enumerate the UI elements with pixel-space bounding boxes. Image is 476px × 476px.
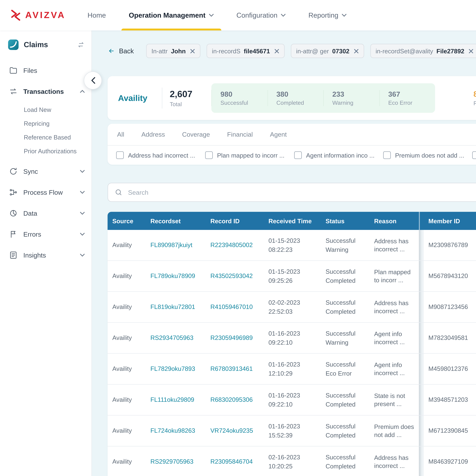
tab[interactable]: Agent <box>269 124 288 145</box>
recordset-link[interactable]: FL890987jkuiyt <box>151 241 192 249</box>
chevron-down-icon <box>209 14 214 17</box>
table-row[interactable]: Availity RS2934705963 R23059496989 01-16… <box>108 323 476 354</box>
col-received-time[interactable]: Received Time <box>264 212 321 230</box>
sidebar-subitem[interactable]: Repricing <box>0 117 91 130</box>
record-id-link[interactable]: VR724oku9235 <box>210 427 253 435</box>
record-id-link[interactable]: R22394805002 <box>210 241 253 249</box>
search-input[interactable] <box>127 188 476 196</box>
sidebar-collapse-button[interactable] <box>84 71 102 89</box>
col-source[interactable]: Source <box>108 212 146 230</box>
recordset-link[interactable]: RS2929705963 <box>151 458 193 466</box>
nav-item-home[interactable]: Home <box>87 0 106 31</box>
received-date: 01-16-2023 <box>269 422 300 431</box>
col-status[interactable]: Status <box>321 212 369 230</box>
col-member-id[interactable]: Member ID <box>424 212 476 230</box>
table-row[interactable]: Availity FL7829oku7893 R67803913461 01-1… <box>108 354 476 385</box>
record-id-link[interactable]: R23095846704 <box>210 458 253 466</box>
app-root: AVIZVA Home Operation Management Configu… <box>0 0 476 476</box>
tab[interactable]: Address <box>140 124 166 145</box>
cell-received-time: 01-16-2023 09:22:10 <box>264 323 321 353</box>
close-icon[interactable] <box>274 48 279 54</box>
filter-chip[interactable]: in-recordSet@avality File27892 <box>370 44 476 58</box>
recordset-link[interactable]: FL7829oku7893 <box>151 365 195 373</box>
stat-value: 367 <box>388 90 435 98</box>
table-row[interactable]: Availity FL819oku72801 R41059467010 02-0… <box>108 292 476 323</box>
record-id-link[interactable]: R67803913461 <box>210 365 253 373</box>
search-box[interactable] <box>108 183 476 202</box>
issue-filter-checkbox[interactable]: Plan mapped to incorr ... <box>205 151 294 159</box>
issue-filter-checkbox[interactable]: Agent information inco ... <box>294 151 383 159</box>
table-row[interactable]: Availity FL111oku29809 R68302095306 01-1… <box>108 385 476 416</box>
sidebar-item-files[interactable]: Files <box>0 60 91 81</box>
stat-block: 233 Warning <box>323 90 379 106</box>
table-row[interactable]: Availity FL890987jkuiyt R22394805002 01-… <box>108 230 476 261</box>
cell-received-time: 02-16-2023 10:20:25 <box>264 446 321 476</box>
cell-source: Availity <box>108 261 146 291</box>
record-id-link[interactable]: R68302095306 <box>210 396 253 404</box>
sidebar-subitem[interactable]: Reference Based <box>0 130 91 144</box>
table-row[interactable]: Availity FL789oku78909 R43502593042 01-1… <box>108 261 476 292</box>
received-time: 10:20:25 <box>269 462 300 470</box>
back-button[interactable]: Back <box>108 47 134 55</box>
transactions-subnav: Load New Repricing Reference Based Prior… <box>0 102 91 161</box>
record-id-link[interactable]: R23059496989 <box>210 334 253 342</box>
issue-filter-checkbox[interactable]: Plan PL23459 not pre ... <box>472 151 476 159</box>
checkbox[interactable] <box>383 151 391 159</box>
table-row[interactable]: Availity RS2929705963 R23095846704 02-16… <box>108 446 476 476</box>
cell-record-id: R41059467010 <box>206 292 264 322</box>
nav-item-operation-management[interactable]: Operation Management <box>129 0 214 31</box>
record-id-link[interactable]: R43502593042 <box>210 272 253 280</box>
checkbox[interactable] <box>472 151 476 159</box>
issue-filter-checkbox[interactable]: Address had incorrect ... <box>116 151 205 159</box>
col-record-id[interactable]: Record ID <box>206 212 264 230</box>
tab[interactable]: Coverage <box>181 124 211 145</box>
sidebar-item-transactions[interactable]: Transactions <box>0 81 91 102</box>
nav-item-configuration[interactable]: Configuration <box>236 0 286 31</box>
status-secondary: Completed <box>325 276 356 285</box>
pane-divider <box>419 354 424 384</box>
recordset-link[interactable]: FL789oku78909 <box>151 272 195 280</box>
cell-reason: State is not present ... <box>369 385 419 415</box>
recordset-link[interactable]: FL819oku72801 <box>151 303 195 311</box>
sidebar-subitem[interactable]: Prior Authorizations <box>0 144 91 158</box>
recordset-link[interactable]: RS2934705963 <box>151 334 193 342</box>
recordset-link[interactable]: FL111oku29809 <box>151 396 194 404</box>
sidebar-item-sync[interactable]: Sync <box>0 161 91 182</box>
sidebar-item-errors[interactable]: Errors <box>0 224 91 245</box>
status-primary: Successful <box>325 391 356 400</box>
close-icon[interactable] <box>354 48 359 54</box>
recordset-link[interactable]: FL724oku98263 <box>151 427 195 435</box>
filter-chip[interactable]: in-recordS file45671 <box>207 44 285 58</box>
cell-status: Successful Completed <box>321 446 369 476</box>
checkbox[interactable] <box>116 151 124 159</box>
tab[interactable]: All <box>116 124 125 145</box>
sidebar-item-data[interactable]: Data <box>0 203 91 224</box>
issue-filter-checkbox[interactable]: Premium does not add ... <box>383 151 472 159</box>
cell-record-id: R43502593042 <box>206 261 264 291</box>
cell-member-id: M3948571203 <box>424 385 476 415</box>
transactions-icon <box>9 87 18 96</box>
checkbox[interactable] <box>205 151 213 159</box>
close-icon[interactable] <box>190 48 195 54</box>
sidebar-subitem[interactable]: Load New <box>0 103 91 117</box>
record-id-link[interactable]: R41059467010 <box>210 303 253 311</box>
col-reason[interactable]: Reason <box>369 212 419 230</box>
col-recordset[interactable]: Recordset <box>146 212 206 230</box>
cell-member-id: M7823049581 <box>424 323 476 353</box>
filter-chip[interactable]: in-attr@ ger 07302 <box>291 44 364 58</box>
status-secondary: Completed <box>325 431 356 439</box>
table-row[interactable]: Availity FL724oku98263 VR724oku9235 01-1… <box>108 416 476 446</box>
switch-module-icon[interactable] <box>77 41 85 49</box>
chip-key: in-recordSet@avality <box>375 47 433 54</box>
filter-chip[interactable]: In-attr John <box>146 44 201 58</box>
sidebar-item-process-flow[interactable]: Process Flow <box>0 182 91 203</box>
received-date: 01-16-2023 <box>269 391 300 400</box>
flag-icon <box>9 230 18 238</box>
nav-item-reporting[interactable]: Reporting <box>308 0 346 31</box>
pane-divider <box>419 416 424 446</box>
tab[interactable]: Financial <box>226 124 254 145</box>
sidebar-item-insights[interactable]: Insights <box>0 245 91 266</box>
close-icon[interactable] <box>469 48 474 54</box>
cell-member-id: M6712390845 <box>424 416 476 446</box>
checkbox[interactable] <box>294 151 302 159</box>
